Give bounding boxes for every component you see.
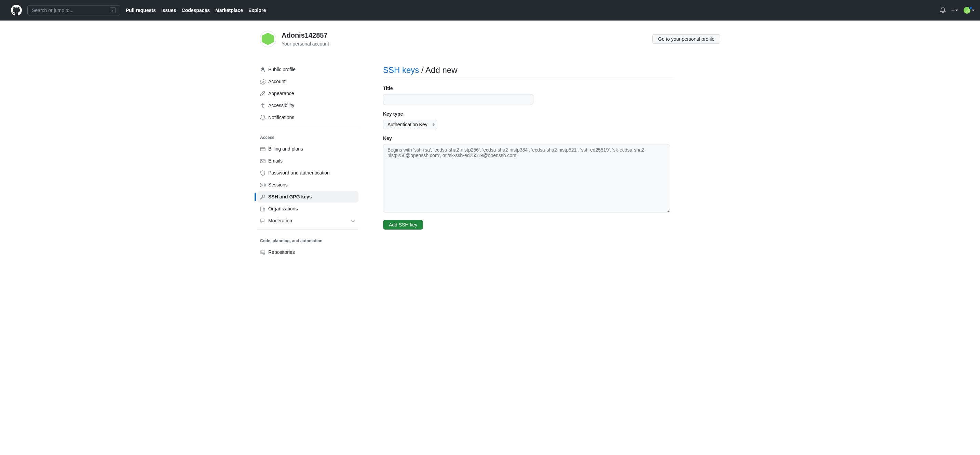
keytype-select[interactable]: Authentication Key [383,120,438,129]
sidebar-item-label: Password and authentication [268,169,330,177]
account-subtitle: Your personal account [282,40,329,48]
sidebar-item-appearance[interactable]: Appearance [257,88,358,99]
key-textarea[interactable] [383,144,670,212]
breadcrumb-ssh-keys-link[interactable]: SSH keys [383,65,419,75]
svg-point-4 [262,184,264,185]
create-new-menu[interactable]: + [951,6,958,15]
github-logo[interactable] [11,5,22,16]
primary-nav: Pull requests Issues Codespaces Marketpl… [126,7,266,14]
form-group-title: Title [383,85,674,105]
sidebar-item-emails[interactable]: Emails [257,155,358,167]
sidebar-item-public-profile[interactable]: Public profile [257,64,358,75]
sidebar-item-label: Sessions [268,181,288,188]
page-subhead: SSH keys / Add new [383,64,674,79]
bell-icon[interactable] [940,8,945,13]
sidebar-item-notifications[interactable]: Notifications [257,112,358,123]
svg-point-8 [261,208,262,208]
report-icon [260,218,266,224]
nav-issues[interactable]: Issues [161,7,176,14]
mail-icon [260,158,266,164]
sidebar-item-sessions[interactable]: Sessions [257,179,358,190]
notification-dot [969,6,972,10]
breadcrumb-separator: / [419,65,425,75]
title-label: Title [383,85,674,92]
main-content: SSH keys / Add new Title Key type Authen… [367,64,674,259]
broadcast-icon [260,182,266,188]
sidebar-item-moderation[interactable]: Moderation [257,215,358,227]
sidebar-item-repositories[interactable]: Repositories [257,247,358,258]
search-box[interactable]: / [27,5,120,15]
sidebar-item-label: Notifications [268,114,294,121]
nav-pull-requests[interactable]: Pull requests [126,7,156,14]
account-header: Adonis142857 Your personal account Go to… [254,30,726,48]
search-input[interactable] [32,8,110,13]
caret-down-icon [955,10,958,11]
accessibility-icon [260,103,266,109]
shield-lock-icon [260,170,266,176]
sidebar-item-label: Emails [268,157,283,164]
bell-icon [260,115,266,120]
person-icon [260,67,266,72]
sidebar-item-label: Billing and plans [268,145,303,153]
sidebar-item-password-auth[interactable]: Password and authentication [257,167,358,179]
sidebar-item-label: Accessibility [268,102,294,109]
svg-point-5 [262,195,265,197]
sidebar-heading-access: Access [257,129,358,143]
sidebar-item-ssh-gpg[interactable]: SSH and GPG keys [257,191,358,203]
svg-rect-3 [260,160,265,163]
sidebar-item-label: Organizations [268,205,298,212]
sidebar-divider [257,126,358,126]
settings-sidebar: Public profile Account Appearance Access… [257,64,358,259]
add-ssh-key-button[interactable]: Add SSH key [383,220,423,230]
key-icon [260,194,266,200]
key-label: Key [383,135,674,142]
form-group-keytype: Key type Authentication Key [383,110,674,129]
sidebar-item-accessibility[interactable]: Accessibility [257,100,358,111]
svg-point-9 [262,208,263,208]
repo-icon [260,250,266,255]
plus-icon: + [951,6,955,15]
chevron-down-icon [350,218,356,224]
paintbrush-icon [260,91,266,96]
nav-explore[interactable]: Explore [248,7,266,14]
form-group-key: Key [383,135,674,214]
sidebar-item-label: Appearance [268,90,294,97]
nav-marketplace[interactable]: Marketplace [215,7,243,14]
svg-rect-1 [260,147,265,151]
svg-rect-10 [261,219,264,222]
mark-github-icon [11,5,22,16]
user-menu[interactable] [964,7,975,14]
caret-down-icon [972,10,975,11]
title-input[interactable] [383,94,533,105]
sidebar-item-label: Repositories [268,249,295,256]
svg-rect-6 [261,207,263,211]
gear-icon [260,79,266,85]
sidebar-item-label: Public profile [268,66,296,73]
sidebar-divider [257,229,358,230]
sidebar-item-label: Account [268,78,286,85]
header-right: + [940,6,975,15]
organization-icon [260,206,266,212]
credit-card-icon [260,147,266,152]
sidebar-item-account[interactable]: Account [257,76,358,87]
sidebar-item-label: SSH and GPG keys [268,193,312,201]
global-header: / Pull requests Issues Codespaces Market… [0,0,980,21]
svg-point-0 [262,103,264,104]
nav-codespaces[interactable]: Codespaces [182,7,210,14]
account-avatar[interactable] [260,31,276,47]
account-username: Adonis142857 [282,30,329,40]
keytype-label: Key type [383,110,674,118]
svg-rect-7 [263,208,265,211]
go-to-profile-button[interactable]: Go to your personal profile [652,34,720,44]
sidebar-item-organizations[interactable]: Organizations [257,203,358,214]
sidebar-item-label: Moderation [268,217,292,224]
sidebar-item-billing[interactable]: Billing and plans [257,143,358,155]
slash-key-hint: / [110,7,116,13]
breadcrumb-current: Add new [425,65,457,75]
sidebar-heading-code: Code, planning, and automation [257,232,358,247]
